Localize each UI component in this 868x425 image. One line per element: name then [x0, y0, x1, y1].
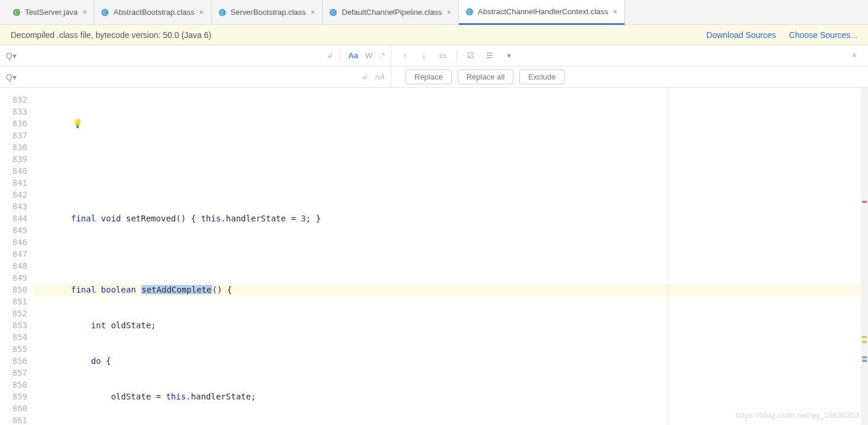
right-margin-guide	[668, 88, 668, 425]
close-find-icon[interactable]: ×	[849, 51, 860, 60]
tab-file-3[interactable]: C DefaultChannelPipeline.class ×	[323, 0, 459, 24]
svg-text:C: C	[15, 9, 19, 15]
close-icon[interactable]: ×	[446, 8, 453, 17]
class-file-icon: C	[465, 7, 474, 17]
tab-label: TestServer.java	[25, 8, 78, 17]
replace-button[interactable]: Replace	[406, 69, 452, 84]
tab-label: ServerBootstrap.class	[231, 8, 306, 17]
selected-identifier: setAddComplete	[141, 285, 212, 294]
svg-text:C: C	[331, 9, 336, 15]
tab-file-1[interactable]: C AbstractBootstrap.class ×	[94, 0, 211, 24]
editor-tab-bar: C TestServer.java × C AbstractBootstrap.…	[0, 0, 868, 25]
class-file-icon: C	[328, 8, 338, 17]
close-icon[interactable]: ×	[612, 7, 619, 16]
tab-label: AbstractBootstrap.class	[113, 8, 194, 17]
choose-sources-link[interactable]: Choose Sources...	[789, 30, 857, 40]
exclude-button[interactable]: Exclude	[519, 69, 564, 84]
replace-toolbar: Q▾ ↲ nA Replace Replace all Exclude	[0, 66, 868, 88]
select-all-icon[interactable]: ▭	[438, 51, 448, 60]
decompiled-banner: Decompiled .class file, bytecode version…	[0, 25, 868, 45]
svg-text:C: C	[103, 9, 107, 15]
replace-input[interactable]	[20, 72, 357, 81]
tab-file-2[interactable]: C ServerBootstrap.class ×	[212, 0, 323, 24]
replace-all-button[interactable]: Replace all	[458, 69, 513, 84]
tab-label: DefaultChannelPipeline.class	[342, 8, 442, 17]
match-case-toggle[interactable]: Aa	[348, 51, 358, 60]
settings-icon[interactable]: ☰	[484, 51, 495, 60]
new-line-icon[interactable]: ↲	[327, 51, 333, 60]
tab-file-0[interactable]: C TestServer.java ×	[6, 0, 94, 24]
code-editor[interactable]: 832 833 836 837 838 839 840 841 842 843 …	[0, 88, 868, 425]
search-icon: Q▾	[6, 51, 17, 61]
regex-toggle[interactable]: .*	[379, 51, 385, 60]
search-icon: Q▾	[6, 72, 17, 82]
download-sources-link[interactable]: Download Sources	[706, 30, 776, 40]
class-file-icon: C	[12, 8, 21, 17]
tab-file-4[interactable]: C AbstractChannelHandlerContext.class ×	[459, 0, 625, 25]
line-number-gutter: 832 833 836 837 838 839 840 841 842 843 …	[0, 88, 33, 425]
filter-icon[interactable]: ▾	[503, 51, 514, 60]
close-icon[interactable]: ×	[309, 8, 317, 17]
intention-bulb-icon[interactable]: 💡	[72, 118, 82, 129]
next-match-icon[interactable]: ↓	[419, 51, 429, 60]
svg-text:C: C	[468, 9, 472, 15]
preserve-case-icon[interactable]: nA	[375, 72, 385, 81]
match-word-toggle[interactable]: W	[365, 51, 372, 60]
find-input[interactable]	[20, 51, 323, 60]
close-icon[interactable]: ×	[81, 8, 88, 17]
close-icon[interactable]: ×	[198, 8, 205, 17]
class-file-icon: C	[218, 8, 227, 17]
tab-label: AbstractChannelHandlerContext.class	[478, 7, 608, 16]
banner-message: Decompiled .class file, bytecode version…	[11, 30, 212, 40]
code-content[interactable]: 💡 final void setRemoved() { this.handler…	[33, 88, 868, 425]
select-occurrences-icon[interactable]: ☑	[465, 51, 476, 60]
watermark-text: https://blog.csdn.net/qq_19636353	[736, 410, 860, 421]
prev-match-icon[interactable]: ↑	[400, 51, 410, 60]
find-toolbar: Q▾ ↲ Aa W .* ↑ ↓ ▭ ☑ ☰ ▾ ×	[0, 45, 868, 66]
new-line-icon[interactable]: ↲	[362, 72, 368, 81]
scrollbar-marks[interactable]	[861, 88, 868, 425]
class-file-icon: C	[100, 8, 110, 17]
svg-text:C: C	[220, 9, 224, 15]
